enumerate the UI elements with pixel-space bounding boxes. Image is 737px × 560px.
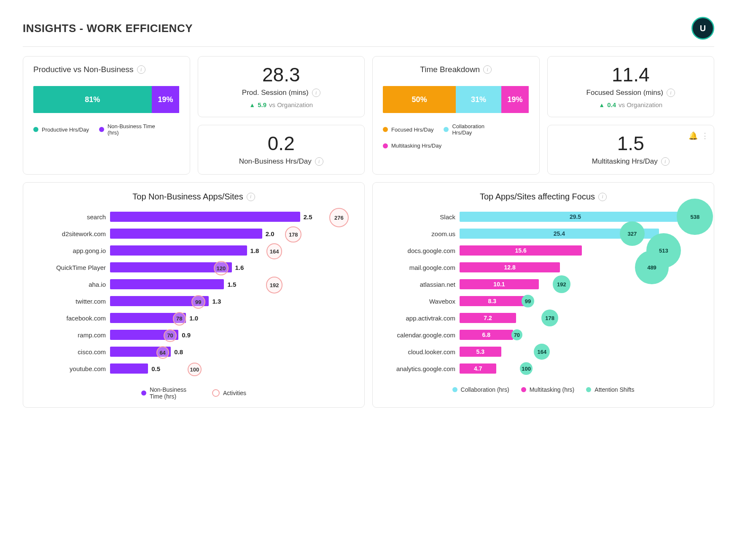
bar-value: 2.0 bbox=[266, 228, 274, 240]
row-label: Slack bbox=[384, 213, 455, 221]
chart-row: facebook.com1.078 bbox=[34, 312, 353, 324]
bar: 4.7 bbox=[460, 363, 496, 374]
card-focused-session: 11.4 Focused Session (mins)i ▲0.4vs Orga… bbox=[547, 56, 715, 117]
bar-value: 0.9 bbox=[182, 329, 191, 341]
bubble: 100 bbox=[520, 362, 533, 375]
chart-nonbiz-apps: Top Non-Business Apps/Sitesi search2.527… bbox=[23, 182, 365, 408]
bar bbox=[110, 229, 262, 239]
bar: 5.3 bbox=[460, 347, 501, 357]
card-title-text: Time Breakdown bbox=[420, 65, 480, 74]
chart-rows: Slack29.5538zoom.us25.4327docs.google.co… bbox=[384, 211, 703, 374]
row-label: zoom.us bbox=[384, 230, 455, 237]
bar-value: 0.8 bbox=[174, 346, 183, 358]
kebab-icon[interactable]: ⋮ bbox=[701, 131, 709, 140]
bar-segment: 31% bbox=[456, 86, 501, 113]
legend-item: Non-Business Time (hrs) bbox=[141, 386, 200, 400]
row-label: cisco.com bbox=[34, 348, 106, 355]
metric-label: Focused Session (mins) bbox=[586, 89, 663, 97]
metric-delta: ▲5.9vs Organization bbox=[208, 101, 355, 108]
info-icon[interactable]: i bbox=[598, 193, 607, 201]
chart-row: app.activtrak.com7.2178 bbox=[384, 312, 703, 324]
avatar[interactable]: U bbox=[691, 17, 714, 40]
chart-row: youtube.com0.5100 bbox=[34, 363, 353, 374]
chart-legend: Collaboration (hrs)Multitasking (hrs)Att… bbox=[384, 386, 703, 393]
metric-value: 28.3 bbox=[208, 63, 355, 86]
bar-value: 1.0 bbox=[189, 312, 198, 324]
card-time-breakdown: Time Breakdown i 50%31%19% Focused Hrs/D… bbox=[372, 56, 540, 175]
bar: 8.3 bbox=[460, 296, 525, 306]
legend-item: Attention Shifts bbox=[586, 386, 634, 393]
row-label: youtube.com bbox=[34, 365, 106, 372]
bar-value: 2.5 bbox=[304, 211, 312, 223]
row-label: d2sitework.com bbox=[34, 230, 106, 237]
info-icon[interactable]: i bbox=[315, 157, 323, 166]
row-label: ramp.com bbox=[34, 331, 106, 339]
metric-value: 1.5 bbox=[558, 132, 704, 155]
bar: 10.1 bbox=[460, 279, 539, 289]
row-label: twitter.com bbox=[34, 298, 106, 305]
legend-item: Multitasking (hrs) bbox=[521, 386, 575, 393]
bar: 7.2 bbox=[460, 313, 516, 323]
chart-focus-apps: Top Apps/Sites affecting Focusi Slack29.… bbox=[372, 182, 714, 408]
row-label: docs.google.com bbox=[384, 247, 455, 254]
card-title-text: Productive vs Non-Business bbox=[33, 65, 134, 74]
page-title: INSIGHTS - WORK EFFICIENCY bbox=[23, 22, 193, 35]
chart-row: atlassian.net10.1192 bbox=[384, 278, 703, 290]
info-icon[interactable]: i bbox=[661, 157, 670, 166]
bar bbox=[110, 212, 300, 222]
bell-icon[interactable]: 🔔 bbox=[689, 131, 698, 140]
info-icon[interactable]: i bbox=[483, 65, 492, 74]
info-icon[interactable]: i bbox=[312, 89, 320, 97]
chart-legend: Non-Business Time (hrs)Activities bbox=[34, 386, 353, 400]
bar-value: 1.8 bbox=[250, 245, 259, 256]
legend-item: Activities bbox=[212, 386, 246, 400]
row-label: cloud.looker.com bbox=[384, 348, 455, 355]
bubble: 192 bbox=[266, 277, 283, 293]
legend-item: Collaboration (hrs) bbox=[452, 386, 509, 393]
bar-segment: 50% bbox=[383, 86, 456, 113]
prod-vs-nonbiz-legend: Productive Hrs/DayNon-Business Time (hrs… bbox=[33, 123, 180, 136]
bar: 6.8 bbox=[460, 330, 513, 340]
metric-label: Non-Business Hrs/Day bbox=[239, 157, 312, 166]
chart-row: ramp.com0.970 bbox=[34, 329, 353, 341]
bar-value: 0.5 bbox=[151, 363, 160, 374]
legend-item: Collaboration Hrs/Day bbox=[444, 123, 503, 136]
legend-item: Non-Business Time (hrs) bbox=[99, 123, 158, 136]
bar bbox=[110, 262, 232, 272]
chart-row: QuickTime Player1.6120 bbox=[34, 261, 353, 273]
row-label: search bbox=[34, 213, 106, 221]
chart-row: mail.google.com12.8489 bbox=[384, 261, 703, 273]
row-label: app.gong.io bbox=[34, 247, 106, 254]
chart-row: aha.io1.5192 bbox=[34, 278, 353, 290]
bar-value: 1.6 bbox=[235, 261, 244, 273]
chart-row: twitter.com1.399 bbox=[34, 295, 353, 307]
info-icon[interactable]: i bbox=[667, 89, 675, 97]
time-breakdown-bar: 50%31%19% bbox=[383, 86, 529, 113]
bar-segment: 19% bbox=[152, 86, 180, 113]
chart-row: analytics.google.com4.7100 bbox=[384, 363, 703, 374]
bar bbox=[110, 245, 247, 256]
bubble: 78 bbox=[173, 312, 186, 325]
bubble: 100 bbox=[188, 363, 202, 377]
bar bbox=[110, 363, 148, 374]
chart-row: calendar.google.com6.870 bbox=[384, 329, 703, 341]
bubble: 327 bbox=[620, 221, 645, 246]
bubble: 120 bbox=[214, 261, 228, 275]
row-label: calendar.google.com bbox=[384, 331, 455, 339]
row-label: aha.io bbox=[34, 281, 106, 288]
legend-item: Multitasking Hrs/Day bbox=[383, 143, 441, 149]
card-multitasking: 🔔 ⋮ 1.5 Multitasking Hrs/Dayi bbox=[547, 125, 715, 175]
card-prod-vs-nonbiz: Productive vs Non-Business i 81%19% Prod… bbox=[23, 56, 190, 175]
metric-label: Prod. Session (mins) bbox=[242, 89, 309, 97]
time-breakdown-legend: Focused Hrs/DayCollaboration Hrs/DayMult… bbox=[383, 123, 529, 149]
metric-label: Multitasking Hrs/Day bbox=[592, 157, 658, 166]
bar-value: 1.5 bbox=[227, 278, 236, 290]
row-label: atlassian.net bbox=[384, 281, 455, 288]
info-icon[interactable]: i bbox=[247, 193, 255, 201]
chart-row: cloud.looker.com5.3164 bbox=[384, 346, 703, 358]
chart-rows: search2.5276d2sitework.com2.0178app.gong… bbox=[34, 211, 353, 374]
row-label: analytics.google.com bbox=[384, 365, 455, 372]
row-label: facebook.com bbox=[34, 315, 106, 322]
info-icon[interactable]: i bbox=[137, 65, 145, 74]
chart-row: Wavebox8.399 bbox=[384, 295, 703, 307]
